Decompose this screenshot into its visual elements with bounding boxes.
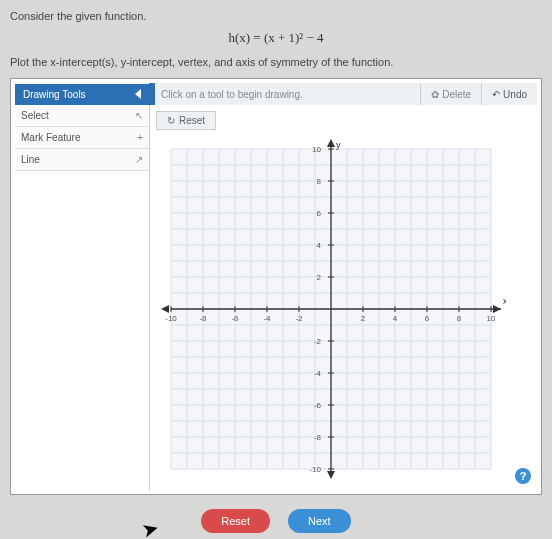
sidebar-item-line[interactable]: Line ↗ [15,149,149,171]
svg-text:4: 4 [393,314,398,323]
coordinate-grid[interactable]: x y -10-8-6-4-2246810-10-8-6-4-2246810 [156,134,506,484]
svg-marker-68 [327,471,335,479]
svg-text:10: 10 [487,314,496,323]
next-button[interactable]: Next [288,509,351,533]
svg-text:-8: -8 [314,433,322,442]
graph-reset-button[interactable]: ↻ Reset [156,111,216,130]
undo-label: Undo [503,89,527,100]
svg-text:6: 6 [425,314,430,323]
delete-button[interactable]: ✿ Delete [420,83,481,105]
svg-text:-10: -10 [309,465,321,474]
plus-icon: + [137,132,143,143]
sidebar-item-label: Select [21,110,49,121]
drawing-tools-header[interactable]: Drawing Tools [15,84,149,105]
formula-text: h(x) = (x + 1)² − 4 [10,30,542,46]
action-buttons: Reset Next [10,509,542,533]
reset-icon: ↻ [167,115,175,126]
svg-text:-8: -8 [199,314,207,323]
svg-marker-65 [493,305,501,313]
svg-text:-10: -10 [165,314,177,323]
delete-label: Delete [442,89,471,100]
drawing-tools-label: Drawing Tools [23,89,86,100]
cursor-icon: ↖ [135,110,143,121]
svg-marker-66 [161,305,169,313]
svg-text:6: 6 [317,209,322,218]
toolbar-row: Drawing Tools Click on a tool to begin d… [15,83,537,105]
graph-reset-label: Reset [179,115,205,126]
graph-area: ↻ Reset x y -10-8-6-4-2246810-10-8-6-4-2… [150,105,537,490]
collapse-icon [135,89,141,99]
svg-text:-6: -6 [231,314,239,323]
svg-text:8: 8 [457,314,462,323]
svg-text:4: 4 [317,241,322,250]
svg-marker-67 [327,139,335,147]
sidebar-item-label: Line [21,154,40,165]
svg-text:x: x [503,296,506,306]
sidebar-item-mark-feature[interactable]: Mark Feature + [15,127,149,149]
tools-sidebar: Select ↖ Mark Feature + Line ↗ [15,105,150,490]
sidebar-item-select[interactable]: Select ↖ [15,105,149,127]
help-button[interactable]: ? [515,468,531,484]
question-text: Consider the given function. [10,10,542,22]
hint-text: Click on a tool to begin drawing. [149,83,420,105]
undo-icon: ↶ [492,89,500,100]
reset-button[interactable]: Reset [201,509,270,533]
svg-text:2: 2 [361,314,366,323]
svg-text:-6: -6 [314,401,322,410]
svg-text:8: 8 [317,177,322,186]
svg-text:y: y [336,140,341,150]
svg-text:2: 2 [317,273,322,282]
svg-text:10: 10 [312,145,321,154]
main-row: Select ↖ Mark Feature + Line ↗ ↻ Reset [15,105,537,490]
undo-button[interactable]: ↶ Undo [481,83,537,105]
svg-text:-2: -2 [314,337,322,346]
line-icon: ↗ [135,154,143,165]
svg-text:-2: -2 [295,314,303,323]
drawing-panel: Drawing Tools Click on a tool to begin d… [10,78,542,495]
instruction-text: Plot the x-intercept(s), y-intercept, ve… [10,56,542,68]
sidebar-item-label: Mark Feature [21,132,80,143]
svg-text:-4: -4 [314,369,322,378]
svg-text:-4: -4 [263,314,271,323]
gear-icon: ✿ [431,89,439,100]
